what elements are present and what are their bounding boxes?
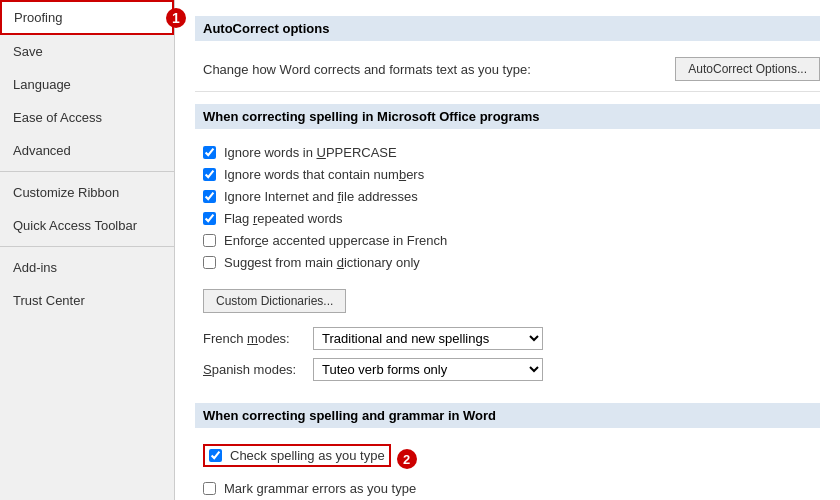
- checkbox-row-enforce: Enforce accented uppercase in French: [203, 233, 812, 248]
- badge-2-icon: 2: [397, 449, 417, 469]
- sidebar-item-customize-ribbon[interactable]: Customize Ribbon: [0, 176, 174, 209]
- spelling-office-checkboxes: Ignore words in UPPERCASE Ignore words t…: [195, 139, 820, 283]
- sidebar-item-language[interactable]: Language: [0, 68, 174, 101]
- autocorrect-description: Change how Word corrects and formats tex…: [203, 62, 531, 77]
- sidebar-divider: [0, 171, 174, 172]
- spelling-word-checkboxes: Check spelling as you type 2 Mark gramma…: [195, 438, 820, 500]
- french-modes-select[interactable]: Traditional and new spellings Reform spe…: [313, 327, 543, 350]
- french-modes-row: French modes: Traditional and new spelli…: [203, 327, 812, 350]
- checkbox-numbers[interactable]: [203, 168, 216, 181]
- checkbox-repeated[interactable]: [203, 212, 216, 225]
- french-modes-label: French modes:: [203, 331, 313, 346]
- checkbox-uppercase-label[interactable]: Ignore words in UPPERCASE: [224, 145, 397, 160]
- checkbox-check-spelling[interactable]: [209, 449, 222, 462]
- checkbox-row-numbers: Ignore words that contain numbers: [203, 167, 812, 182]
- sidebar-item-label: Ease of Access: [13, 110, 102, 125]
- checkbox-internet-label[interactable]: Ignore Internet and file addresses: [224, 189, 418, 204]
- checkbox-suggest[interactable]: [203, 256, 216, 269]
- checkbox-mark-grammar[interactable]: [203, 482, 216, 495]
- checkbox-check-spelling-label[interactable]: Check spelling as you type: [230, 448, 385, 463]
- main-content: AutoCorrect options Change how Word corr…: [175, 0, 840, 500]
- spanish-modes-select[interactable]: Tuteo verb forms only Tuteo and Voseo ve…: [313, 358, 543, 381]
- checkbox-enforce[interactable]: [203, 234, 216, 247]
- checkbox-row-suggest: Suggest from main dictionary only: [203, 255, 812, 270]
- checkbox-numbers-label[interactable]: Ignore words that contain numbers: [224, 167, 424, 182]
- checkbox-row-mark-grammar: Mark grammar errors as you type: [203, 481, 812, 496]
- checkbox-row-repeated: Flag repeated words: [203, 211, 812, 226]
- sidebar-item-proofing[interactable]: Proofing 1: [0, 0, 174, 35]
- checkbox-mark-grammar-label[interactable]: Mark grammar errors as you type: [224, 481, 416, 496]
- sidebar-item-save[interactable]: Save: [0, 35, 174, 68]
- sidebar-item-label: Trust Center: [13, 293, 85, 308]
- sidebar-item-label: Advanced: [13, 143, 71, 158]
- spelling-word-section-header: When correcting spelling and grammar in …: [195, 403, 820, 428]
- autocorrect-options-button[interactable]: AutoCorrect Options...: [675, 57, 820, 81]
- sidebar-item-label: Customize Ribbon: [13, 185, 119, 200]
- sidebar: Proofing 1 Save Language Ease of Access …: [0, 0, 175, 500]
- checkbox-uppercase[interactable]: [203, 146, 216, 159]
- spelling-office-section-header: When correcting spelling in Microsoft Of…: [195, 104, 820, 129]
- sidebar-divider-2: [0, 246, 174, 247]
- sidebar-item-ease-of-access[interactable]: Ease of Access: [0, 101, 174, 134]
- checkbox-repeated-label[interactable]: Flag repeated words: [224, 211, 343, 226]
- sidebar-item-trust-center[interactable]: Trust Center: [0, 284, 174, 317]
- autocorrect-section-header: AutoCorrect options: [195, 16, 820, 41]
- checkbox-internet[interactable]: [203, 190, 216, 203]
- spanish-modes-row: Spanish modes: Tuteo verb forms only Tut…: [203, 358, 812, 381]
- sidebar-item-label: Quick Access Toolbar: [13, 218, 137, 233]
- autocorrect-row: Change how Word corrects and formats tex…: [195, 51, 820, 92]
- sidebar-item-add-ins[interactable]: Add-ins: [0, 251, 174, 284]
- sidebar-item-advanced[interactable]: Advanced: [0, 134, 174, 167]
- checkbox-enforce-label[interactable]: Enforce accented uppercase in French: [224, 233, 447, 248]
- custom-dictionaries-button[interactable]: Custom Dictionaries...: [203, 289, 346, 313]
- checkbox-row-uppercase: Ignore words in UPPERCASE: [203, 145, 812, 160]
- checkbox-row-internet: Ignore Internet and file addresses: [203, 189, 812, 204]
- modes-section: French modes: Traditional and new spelli…: [195, 323, 820, 399]
- sidebar-item-quick-access-toolbar[interactable]: Quick Access Toolbar: [0, 209, 174, 242]
- sidebar-item-label: Language: [13, 77, 71, 92]
- sidebar-item-label: Proofing: [14, 10, 62, 25]
- checkbox-suggest-label[interactable]: Suggest from main dictionary only: [224, 255, 420, 270]
- spanish-modes-label: Spanish modes:: [203, 362, 313, 377]
- spelling-word-section: When correcting spelling and grammar in …: [195, 403, 820, 500]
- sidebar-item-label: Save: [13, 44, 43, 59]
- check-spelling-highlighted-row: Check spelling as you type: [203, 444, 391, 467]
- sidebar-item-label: Add-ins: [13, 260, 57, 275]
- badge-1-icon: 1: [166, 8, 186, 28]
